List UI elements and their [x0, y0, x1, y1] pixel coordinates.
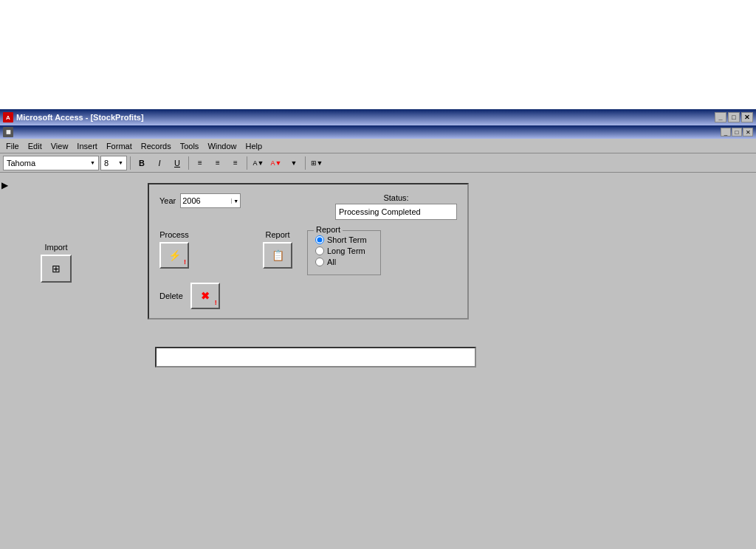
toolbar-sep-1 [130, 156, 131, 170]
delete-badge: ! [215, 299, 217, 306]
highlight-button[interactable]: A▼ [250, 155, 267, 171]
title-bar: A Microsoft Access - [StockProfits] _ □ … [0, 109, 756, 125]
year-dropdown-arrow: ▼ [231, 198, 238, 204]
status-display: Processing Completed [335, 204, 457, 220]
process-icon: ⚡ [168, 249, 181, 261]
font-name-box[interactable]: Tahoma ▼ [3, 156, 99, 170]
process-label: Process [159, 230, 189, 239]
radio-long-term[interactable] [315, 246, 324, 255]
toolbar-sep-4 [305, 156, 306, 170]
align-center-button[interactable]: ≡ [210, 155, 226, 171]
radio-short-term[interactable] [315, 235, 324, 244]
italic-icon: I [158, 159, 160, 168]
bold-icon: B [139, 159, 145, 168]
align-right-button[interactable]: ≡ [227, 155, 244, 171]
main-area: ▶ Import ⊞ Year 2006 ▼ [0, 173, 756, 549]
align-left-button[interactable]: ≡ [192, 155, 208, 171]
font-name-arrow: ▼ [90, 160, 95, 165]
menu-bar: File Edit View Insert Format Records Too… [0, 139, 756, 153]
status-section: Status: Processing Completed [335, 193, 457, 220]
menu-insert[interactable]: Insert [72, 140, 102, 152]
font-color-button[interactable]: A▼ [268, 155, 284, 171]
doc-close-button[interactable]: ✕ [743, 128, 753, 137]
bold-button[interactable]: B [134, 155, 150, 171]
arrow-icon: ▶ [1, 180, 8, 190]
left-nav-arrow[interactable]: ▶ [1, 180, 8, 190]
report-label: Report [265, 230, 289, 239]
minimize-button[interactable]: _ [715, 112, 726, 122]
menu-help[interactable]: Help [241, 140, 267, 152]
radio-long-term-label: Long Term [327, 246, 365, 255]
italic-button[interactable]: I [151, 155, 168, 171]
underline-button[interactable]: U [169, 155, 185, 171]
menu-records[interactable]: Records [137, 140, 176, 152]
app-title: Microsoft Access - [StockProfits] [16, 113, 144, 122]
import-section: Import ⊞ [41, 243, 72, 283]
process-button[interactable]: ⚡ ! [159, 242, 189, 269]
doc-restore-button[interactable]: □ [732, 128, 742, 137]
delete-button[interactable]: ✖ ! [190, 283, 220, 309]
menu-view[interactable]: View [47, 140, 73, 152]
toolbar-sep-3 [247, 156, 247, 170]
doc-icon: ▦ [3, 127, 13, 137]
report-group-legend: Report [314, 225, 343, 234]
font-size-value: 8 [104, 159, 109, 168]
process-badge: ! [184, 258, 186, 266]
year-label: Year [159, 196, 176, 205]
doc-title-controls: _ □ ✕ [721, 128, 753, 137]
import-icon: ⊞ [52, 263, 61, 274]
top-blank-area [0, 0, 756, 109]
app-wrapper: A Microsoft Access - [StockProfits] _ □ … [0, 109, 756, 549]
menu-format[interactable]: Format [102, 140, 137, 152]
report-group-btn: Report 📋 [263, 230, 292, 269]
app-window: A Microsoft Access - [StockProfits] _ □ … [0, 0, 756, 549]
radio-all-label: All [327, 258, 336, 266]
report-radio-group: Report Short Term Long Term All [307, 230, 381, 275]
report-button[interactable]: 📋 [263, 242, 292, 269]
delete-label: Delete [159, 291, 183, 300]
menu-edit[interactable]: Edit [24, 140, 47, 152]
border-button[interactable]: ▼ [286, 155, 302, 171]
doc-minimize-button[interactable]: _ [721, 128, 731, 137]
toolbar-sep-2 [188, 156, 189, 170]
radio-short-term-label: Short Term [327, 235, 367, 244]
year-value: 2006 [182, 196, 231, 205]
delete-row: Delete ✖ ! [159, 283, 457, 309]
process-group: Process ⚡ ! [159, 230, 189, 269]
font-size-arrow: ▼ [118, 160, 123, 165]
radio-long-term-row: Long Term [315, 246, 373, 255]
menu-tools[interactable]: Tools [176, 140, 204, 152]
bottom-status-bar [155, 347, 476, 367]
title-bar-left: A Microsoft Access - [StockProfits] [3, 112, 144, 122]
top-row: Year 2006 ▼ Status: Processing Completed [159, 193, 457, 220]
restore-button[interactable]: □ [728, 112, 740, 122]
underline-icon: U [174, 159, 180, 168]
form-panel: Year 2006 ▼ Status: Processing Completed [148, 183, 469, 320]
year-select-wrapper[interactable]: 2006 ▼ [180, 193, 241, 208]
delete-icon: ✖ [201, 290, 210, 302]
radio-all-row: All [315, 258, 373, 266]
doc-title-bar: ▦ _ □ ✕ [0, 125, 756, 139]
status-label: Status: [383, 193, 408, 202]
menu-window[interactable]: Window [203, 140, 241, 152]
year-section: Year 2006 ▼ [159, 193, 241, 208]
import-label: Import [44, 243, 67, 252]
report-icon: 📋 [272, 249, 284, 261]
menu-file[interactable]: File [1, 140, 24, 152]
grid-button[interactable]: ⊞▼ [309, 155, 325, 171]
close-button[interactable]: ✕ [741, 112, 753, 122]
font-name-value: Tahoma [7, 159, 35, 168]
doc-title-left: ▦ [3, 127, 13, 137]
radio-short-term-row: Short Term [315, 235, 373, 244]
toolbar: Tahoma ▼ 8 ▼ B I U ≡ ≡ ≡ A▼ A▼ ▼ [0, 153, 756, 173]
app-icon: A [3, 112, 13, 122]
import-button[interactable]: ⊞ [41, 255, 72, 283]
status-value: Processing Completed [339, 207, 421, 216]
actions-row: Process ⚡ ! Report 📋 [159, 230, 457, 275]
font-size-box[interactable]: 8 ▼ [100, 156, 127, 170]
radio-all[interactable] [315, 258, 324, 266]
title-bar-controls: _ □ ✕ [715, 112, 753, 122]
